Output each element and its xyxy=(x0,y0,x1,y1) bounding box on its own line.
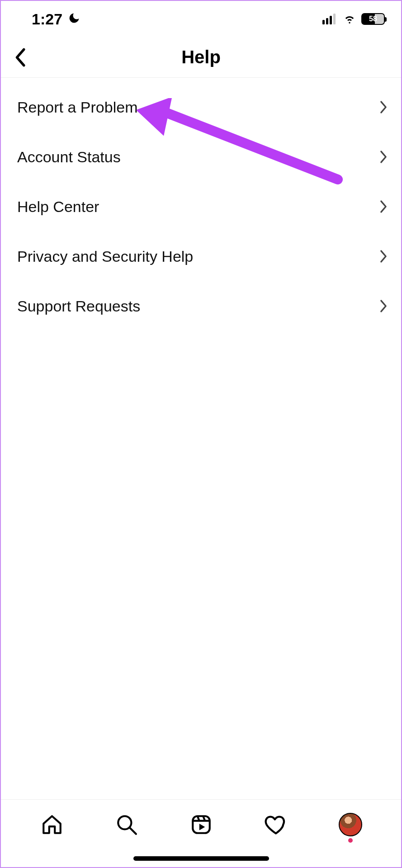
menu-item-label: Privacy and Security Help xyxy=(17,248,193,265)
menu-item-label: Help Center xyxy=(17,198,99,216)
menu-item-privacy-security[interactable]: Privacy and Security Help xyxy=(1,231,401,281)
chevron-right-icon xyxy=(378,298,388,314)
chevron-right-icon xyxy=(378,199,388,214)
status-left: 1:27 xyxy=(32,10,80,28)
menu-item-support-requests[interactable]: Support Requests xyxy=(1,281,401,331)
cellular-icon xyxy=(322,10,338,28)
chevron-right-icon xyxy=(378,99,388,115)
nav-activity-button[interactable] xyxy=(261,810,290,839)
bottom-nav xyxy=(1,799,401,867)
moon-icon xyxy=(68,10,80,28)
svg-rect-0 xyxy=(322,20,325,24)
notification-dot-icon xyxy=(348,838,353,843)
back-button[interactable] xyxy=(9,47,31,68)
status-right: 58 xyxy=(322,10,385,28)
battery-level: 58 xyxy=(369,15,377,23)
svg-rect-2 xyxy=(330,16,332,24)
reels-icon xyxy=(190,813,213,836)
nav-reels-button[interactable] xyxy=(187,810,216,839)
heart-icon xyxy=(264,813,288,836)
avatar-icon xyxy=(339,813,362,836)
page-header: Help xyxy=(1,37,401,78)
chevron-right-icon xyxy=(378,249,388,264)
menu-item-label: Account Status xyxy=(17,148,121,166)
battery-icon: 58 xyxy=(361,13,385,25)
menu-item-account-status[interactable]: Account Status xyxy=(1,132,401,182)
home-icon xyxy=(41,813,63,836)
page-title: Help xyxy=(181,47,221,67)
chevron-left-icon xyxy=(13,47,27,67)
svg-line-5 xyxy=(129,827,136,834)
status-time: 1:27 xyxy=(32,10,62,28)
svg-rect-1 xyxy=(326,18,328,24)
menu-item-report-problem[interactable]: Report a Problem xyxy=(1,82,401,132)
nav-profile-button[interactable] xyxy=(336,810,365,839)
nav-search-button[interactable] xyxy=(112,810,141,839)
menu-item-label: Support Requests xyxy=(17,297,140,315)
menu-item-label: Report a Problem xyxy=(17,99,137,116)
chevron-right-icon xyxy=(378,149,388,165)
menu-item-help-center[interactable]: Help Center xyxy=(1,182,401,231)
nav-home-button[interactable] xyxy=(38,810,66,839)
search-icon xyxy=(115,813,138,836)
wifi-icon xyxy=(342,10,357,28)
help-menu: Report a Problem Account Status Help Cen… xyxy=(1,78,401,331)
home-indicator xyxy=(133,856,269,861)
svg-rect-6 xyxy=(193,816,210,833)
status-bar: 1:27 58 xyxy=(1,1,401,37)
svg-rect-3 xyxy=(333,14,336,24)
